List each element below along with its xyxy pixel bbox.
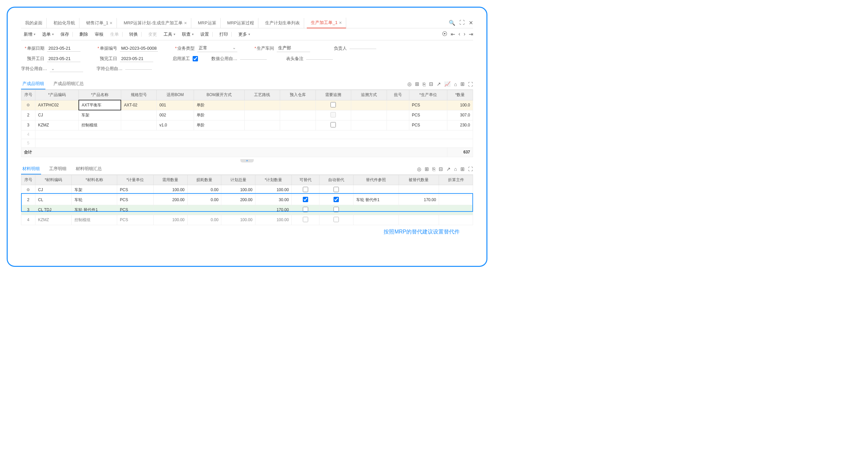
more-button[interactable]: 更多 [236, 30, 253, 39]
last-icon[interactable]: ⇥ [469, 31, 473, 37]
tools-button[interactable]: 工具 [161, 30, 178, 39]
row-gear-icon: ⚙ [21, 100, 35, 110]
fullscreen-icon[interactable]: ⛶ [459, 20, 465, 26]
table-row[interactable]: 3 KZMZ控制模组 v1.0单阶 PCS230.0 [21, 120, 473, 130]
workshop-field[interactable]: 生产部 [277, 44, 310, 52]
tab-prod-order[interactable]: 生产加工单_1✕ [307, 18, 346, 28]
autosub-checkbox[interactable] [334, 187, 339, 192]
trace-checkbox[interactable] [331, 102, 336, 107]
layout-icon[interactable]: ⊞ [460, 81, 465, 87]
copy-icon[interactable]: ⎘ [432, 166, 435, 172]
settings-button[interactable]: 设置 [198, 30, 215, 39]
tab-sales-order[interactable]: 销售订单_1✕ [82, 18, 117, 28]
locate-icon[interactable]: ⦿ [442, 31, 447, 37]
close-icon[interactable]: ✕ [339, 21, 342, 25]
tab-prod-plan-list[interactable]: 生产计划生单列表 [261, 18, 304, 28]
annotation-text: 按照MRP的替代建议设置替代件 [21, 229, 473, 236]
owner-field[interactable] [349, 47, 376, 49]
export-icon[interactable]: ↗ [446, 166, 451, 172]
copy-icon[interactable]: ⎘ [423, 81, 426, 87]
audit-button[interactable]: 审核 [92, 30, 106, 39]
table-row[interactable]: 4 KZMZ控制模组PCS 100.000.00 100.00100.00 [21, 215, 473, 225]
trace-checkbox[interactable] [331, 122, 336, 128]
pin-icon[interactable]: ◎ [417, 166, 421, 172]
tab-init-nav[interactable]: 初始化导航 [50, 18, 80, 28]
tab-mrp-plan[interactable]: MRP运算计划-生成生产加工单✕ [120, 18, 191, 28]
change-button: 变更 [146, 30, 160, 39]
pick-button[interactable]: 选单 [39, 30, 56, 39]
head-note-field[interactable] [306, 58, 333, 60]
biz-type-select[interactable]: 正常 [197, 44, 237, 52]
insert-row-icon[interactable]: ⊞ [425, 166, 429, 172]
link-button[interactable]: 联查 [179, 30, 196, 39]
page-tabs: 我的桌面 初始化导航 销售订单_1✕ MRP运算计划-生成生产加工单✕ MRP运… [21, 18, 473, 28]
autosub-checkbox[interactable] [334, 217, 339, 222]
batch-icon[interactable]: ⊟ [439, 166, 443, 172]
chart-icon[interactable]: 📈 [444, 81, 451, 87]
table-row[interactable]: 2 CL车轮PCS 200.000.00 200.0030.00 车轮 替代件1… [21, 195, 473, 205]
trace-checkbox [331, 112, 336, 117]
subtab-process[interactable]: 工序明细 [48, 164, 68, 174]
first-icon[interactable]: ⇤ [451, 31, 455, 37]
batch-icon[interactable]: ⊟ [429, 81, 433, 87]
layout-icon[interactable]: ⊞ [460, 166, 465, 172]
tab-mrp-run[interactable]: MRP运算 [194, 18, 221, 28]
str-pub1-select[interactable] [50, 65, 83, 72]
save-button[interactable]: 保存 [58, 30, 75, 39]
close-icon[interactable]: ✕ [469, 20, 473, 26]
doc-no-field[interactable]: MO-2023-05-0008 [120, 45, 158, 52]
next-icon[interactable]: › [464, 31, 465, 37]
subtab-product-summary[interactable]: 产成品明细汇总 [52, 79, 85, 90]
pre-start-field[interactable]: 2023-05-21 [47, 55, 81, 62]
table-row[interactable]: 4 [21, 130, 473, 139]
add-button[interactable]: 新增 [21, 30, 38, 39]
product-grid[interactable]: 序号 *产品编码 *产品名称 规格型号 适用BOM BOM展开方式 工艺路线 预… [21, 90, 473, 157]
sub-checkbox[interactable] [303, 217, 308, 222]
sub-checkbox[interactable] [303, 197, 308, 202]
expand-icon[interactable]: ⛶ [468, 166, 473, 172]
autosub-checkbox[interactable] [334, 207, 339, 212]
generate-button[interactable]: 生单 [107, 30, 125, 39]
autosub-checkbox[interactable] [334, 197, 339, 202]
subtab-material-summary[interactable]: 材料明细汇总 [74, 164, 103, 174]
expand-icon[interactable]: ⛶ [468, 81, 473, 87]
table-row[interactable]: 3 CL TDJ车轮 替代件1PCS 170.00 [21, 205, 473, 215]
row-gear-icon: ⚙ [21, 185, 35, 195]
table-row[interactable]: ⚙ CJ车架PCS 100.000.00 100.00100.00 [21, 185, 473, 195]
pre-end-field[interactable]: 2023-05-21 [120, 55, 153, 62]
sub-checkbox[interactable] [303, 187, 308, 192]
material-grid[interactable]: 序号 *材料编码*材料名称*计量单位 需用数量损耗数量计划总量*计划数量 可替代… [21, 175, 473, 225]
delete-button[interactable]: 删除 [77, 30, 91, 39]
convert-button[interactable]: 转换 [127, 30, 144, 39]
tab-mrp-process[interactable]: MRP运算过程 [223, 18, 259, 28]
insert-row-icon[interactable]: ⊞ [415, 81, 419, 87]
sub-checkbox[interactable] [303, 207, 308, 212]
str-pub2-field[interactable] [125, 68, 152, 70]
config-icon[interactable]: ⌂ [454, 166, 457, 172]
doc-date-field[interactable]: 2023-05-21 [47, 45, 81, 52]
export-icon[interactable]: ↗ [437, 81, 441, 87]
collapse-handle[interactable]: ▴ [240, 159, 254, 163]
subtab-material[interactable]: 材料明细 [21, 164, 41, 174]
num-pub-field[interactable] [240, 58, 267, 60]
tab-desktop[interactable]: 我的桌面 [21, 18, 47, 28]
print-button[interactable]: 打印 [217, 30, 235, 39]
form-header: *单据日期2023-05-21 *单据编号MO-2023-05-0008 *业务… [21, 40, 473, 77]
close-icon[interactable]: ✕ [184, 21, 187, 25]
table-row[interactable]: 5 [21, 139, 473, 147]
table-row[interactable]: 2 CJ车架 002单阶 PCS307.0 [21, 110, 473, 120]
subtab-product-detail[interactable]: 产成品明细 [21, 79, 45, 90]
pin-icon[interactable]: ◎ [407, 81, 412, 87]
dispatch-checkbox[interactable] [193, 56, 198, 61]
table-row[interactable]: ⚙ AXTPHC02 AXT平衡车 AXT-02 001 单阶 PCS 100.… [21, 100, 473, 110]
config-icon[interactable]: ⌂ [454, 81, 457, 87]
prev-icon[interactable]: ‹ [458, 31, 460, 37]
toolbar: 新增 选单 保存 删除 审核 生单 转换 变更 工具 联查 设置 打印 更多 ⦿… [21, 28, 473, 40]
close-icon[interactable]: ✕ [110, 21, 113, 25]
search-icon[interactable]: 🔍 [449, 20, 455, 26]
